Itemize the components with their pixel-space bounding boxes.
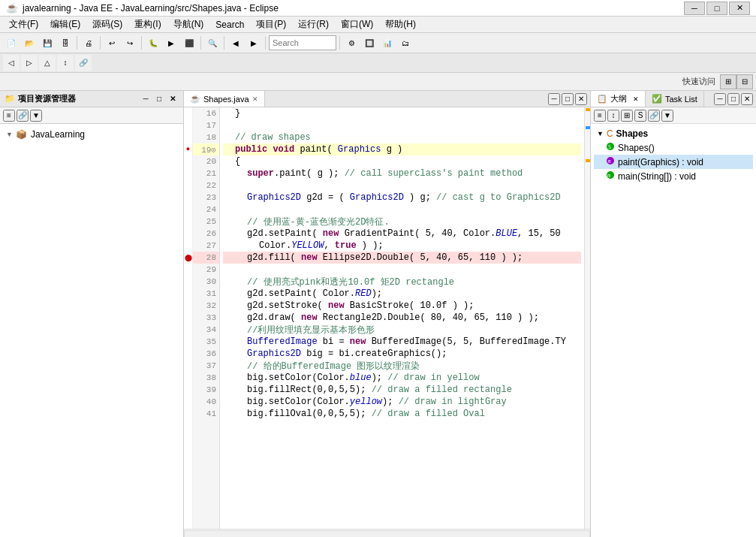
editor-maximize[interactable]: □ — [562, 93, 574, 105]
quickaccess-label: 快速访问 — [678, 76, 720, 87]
tb-prev[interactable]: ◀ — [227, 35, 244, 51]
tb-print[interactable]: 🖨 — [80, 35, 97, 51]
code-line-20: { — [223, 155, 581, 167]
tb2-2[interactable]: ▷ — [21, 55, 38, 71]
code-line-41: big.fillOval(0,0,5,5); // draw a filled … — [223, 408, 581, 420]
tb2-1[interactable]: ◁ — [3, 55, 20, 71]
left-panel-header: 📁 项目资源管理器 ─ □ ✕ — [0, 91, 183, 107]
scroll-marker-1 — [586, 108, 590, 111]
right-close[interactable]: ✕ — [741, 93, 753, 105]
outline-sort[interactable]: ↕ — [607, 110, 619, 122]
maximize-panel-btn[interactable]: □ — [153, 93, 165, 105]
tb-open[interactable]: 📂 — [21, 35, 38, 51]
tb-new[interactable]: 📄 — [3, 35, 20, 51]
gutter-32 — [184, 300, 192, 312]
maximize-button[interactable]: □ — [706, 2, 727, 15]
search-input[interactable] — [273, 38, 333, 47]
tab-outline[interactable]: 📋 大纲 ✕ — [591, 91, 646, 107]
tb-redo[interactable]: ↪ — [122, 35, 138, 51]
search-box[interactable] — [269, 35, 336, 50]
outline-collapse[interactable]: ≡ — [594, 110, 606, 122]
tb-debug[interactable]: 🐛 — [145, 35, 161, 51]
sep-6 — [265, 36, 266, 50]
code-line-40: big.setColor(Color.yellow); // draw in l… — [223, 396, 581, 408]
tree-expand-arrow[interactable]: ▼ — [6, 131, 13, 138]
outline-hide-fields[interactable]: ⊞ — [621, 110, 633, 122]
menu-run[interactable]: 运行(R) — [292, 17, 335, 32]
outline-paint-icon: m — [606, 156, 615, 167]
editor-minimize[interactable]: ─ — [548, 93, 560, 105]
code-editor-area[interactable]: ● ⬤ — [184, 107, 590, 529]
ln-40: 40 — [193, 396, 219, 408]
outline-constructor[interactable]: S Shapes() — [594, 140, 753, 155]
editor-gutter: ● ⬤ — [184, 107, 193, 529]
outline-paint-method[interactable]: m paint(Graphics) : void — [594, 155, 753, 169]
tb-save[interactable]: 💾 — [39, 35, 56, 51]
quickaccess-btn2[interactable]: ⊟ — [736, 74, 753, 89]
scroll-marker-3 — [586, 159, 590, 162]
link-editor-btn[interactable]: 🔗 — [17, 110, 29, 122]
editor-tab-close[interactable]: ✕ — [252, 95, 258, 103]
right-maximize[interactable]: □ — [727, 93, 739, 105]
panel-menu-btn[interactable]: ▼ — [30, 110, 42, 122]
tb-perspective[interactable]: 🔲 — [361, 35, 378, 51]
code-line-33: g2d.draw( new Rectangle2D.Double( 80, 40… — [223, 312, 581, 324]
menu-edit[interactable]: 编辑(E) — [44, 17, 86, 32]
tb-search[interactable]: 🔍 — [204, 35, 221, 51]
tb2-5[interactable]: 🔗 — [75, 55, 92, 71]
menu-help[interactable]: 帮助(H) — [379, 17, 422, 32]
ln-37: 37 — [193, 360, 219, 372]
code-content[interactable]: } // draw shapes public void paint( Grap… — [220, 107, 584, 529]
ln-41: 41 — [193, 408, 219, 420]
tb-next[interactable]: ▶ — [245, 35, 262, 51]
menu-navigate[interactable]: 导航(N) — [167, 17, 210, 32]
tb-stop[interactable]: ⬛ — [181, 35, 197, 51]
minimize-button[interactable]: ─ — [684, 2, 705, 15]
editor-tab-controls[interactable]: ─ □ ✕ — [545, 91, 590, 107]
code-line-37: // 给的BufferedImage 图形以纹理渲染 — [223, 360, 581, 372]
menu-search[interactable]: Search — [209, 18, 250, 32]
close-button[interactable]: ✕ — [729, 2, 750, 15]
outline-hide-static[interactable]: S — [634, 110, 646, 122]
left-panel-controls[interactable]: ─ □ ✕ — [140, 93, 179, 105]
menu-window[interactable]: 窗口(W) — [335, 17, 379, 32]
gutter-20 — [184, 155, 192, 167]
tab-tasklist[interactable]: ✅ Task List — [646, 91, 704, 107]
tb2-4[interactable]: ↕ — [57, 55, 74, 71]
outline-tree: ▼ C Shapes S Shapes() m paint(Graphics) … — [591, 124, 756, 537]
collapse-all-btn[interactable]: ≡ — [3, 110, 15, 122]
toolbar-area: 📄 📂 💾 🗄 🖨 ↩ ↪ 🐛 ▶ ⬛ 🔍 ◀ ▶ ⚙ 🔲 📊 🗂 ◁ ▷ △ … — [0, 33, 756, 73]
title-bar-controls[interactable]: ─ □ ✕ — [684, 2, 750, 15]
outline-root[interactable]: ▼ C Shapes — [594, 127, 753, 140]
outline-tab-close[interactable]: ✕ — [633, 95, 639, 103]
tb-run[interactable]: ▶ — [163, 35, 179, 51]
menu-source[interactable]: 源码(S) — [86, 17, 128, 32]
outline-main-method[interactable]: m main(String[]) : void — [594, 169, 753, 183]
left-panel-title-area: 📁 项目资源管理器 — [5, 93, 76, 104]
right-minimize[interactable]: ─ — [714, 93, 726, 105]
menu-project[interactable]: 项目(P) — [250, 17, 292, 32]
tb-more[interactable]: ⚙ — [343, 35, 360, 51]
tb-persp3[interactable]: 🗂 — [397, 35, 414, 51]
gutter-33 — [184, 312, 192, 324]
minimize-panel-btn[interactable]: ─ — [140, 93, 152, 105]
tb-undo[interactable]: ↩ — [104, 35, 120, 51]
outline-more[interactable]: ▼ — [661, 110, 673, 122]
editor-tab-icon: ☕ — [190, 94, 200, 104]
quickaccess-btn1[interactable]: ⊞ — [720, 74, 736, 89]
editor-hscrollbar[interactable] — [184, 530, 590, 538]
editor-tab-shapes[interactable]: ☕ Shapes.java ✕ — [184, 91, 265, 107]
project-tree-item[interactable]: ▼ 📦 JavaLearning — [3, 127, 180, 142]
menu-file[interactable]: 文件(F) — [3, 17, 44, 32]
tb-perspective2[interactable]: 📊 — [379, 35, 396, 51]
sep-7 — [339, 36, 340, 50]
outline-link[interactable]: 🔗 — [648, 110, 660, 122]
outline-root-arrow[interactable]: ▼ — [597, 130, 604, 137]
tb2-3[interactable]: △ — [39, 55, 56, 71]
menu-refactor[interactable]: 重构(I) — [128, 17, 167, 32]
close-panel-btn[interactable]: ✕ — [167, 93, 179, 105]
editor-close[interactable]: ✕ — [575, 93, 587, 105]
ln-22: 22 — [193, 180, 219, 192]
tb-save-all[interactable]: 🗄 — [57, 35, 74, 51]
right-tab-controls[interactable]: ─ □ ✕ — [711, 91, 756, 107]
